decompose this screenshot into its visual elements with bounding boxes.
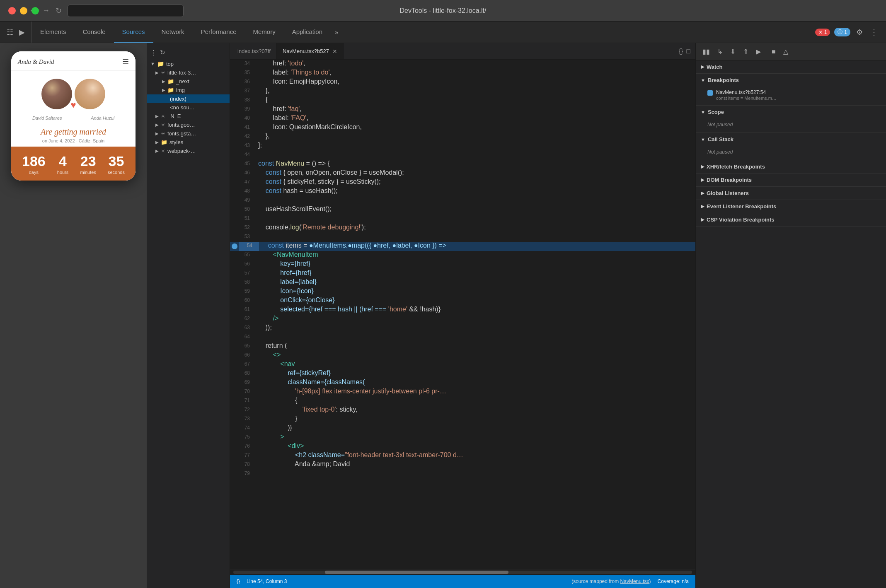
breakpoint-checkbox[interactable]: [707, 90, 713, 96]
tree-item-img[interactable]: ▶ 📁 img: [147, 86, 230, 94]
watch-section[interactable]: ▶ Watch: [696, 60, 886, 74]
line-content-36: Icon: EmojiHappyIcon,: [257, 78, 695, 87]
pretty-print-icon[interactable]: {}: [679, 48, 683, 55]
xhr-section[interactable]: ▶ XHR/fetch Breakpoints: [696, 160, 886, 174]
line-content-78: Anda &amp; David: [257, 460, 695, 470]
tree-item-fonts-goo[interactable]: ▶ ☀ fonts.goo…: [147, 120, 230, 129]
editor-tab-index[interactable]: index.tsx?07ff: [232, 43, 277, 59]
sync-icon[interactable]: ↻: [160, 49, 165, 56]
step-over-button[interactable]: ↳: [715, 46, 725, 57]
tab-network[interactable]: Network: [153, 22, 193, 43]
no-marker-40: [230, 114, 237, 123]
error-icon: ✕: [818, 29, 823, 35]
pause-on-exceptions-button[interactable]: △: [781, 46, 791, 57]
no-marker-36: [230, 78, 237, 87]
global-section[interactable]: ▶ Global Listeners: [696, 187, 886, 200]
event-section[interactable]: ▶ Event Listener Breakpoints: [696, 200, 886, 213]
refresh-button[interactable]: ↻: [56, 6, 62, 15]
deactivate-breakpoints-button[interactable]: ■: [769, 46, 778, 57]
code-line-55: 55 <NavMenuItem: [230, 251, 695, 260]
pause-button[interactable]: ▮▮: [700, 46, 712, 57]
step-out-button[interactable]: ⇑: [741, 46, 751, 57]
tree-arrow: ▶: [155, 70, 159, 75]
tab-memory[interactable]: Memory: [245, 22, 284, 43]
close-button[interactable]: [8, 7, 16, 14]
code-line-56: 56 key={href}: [230, 260, 695, 269]
tree-label-index: (index): [170, 96, 186, 102]
code-line-39: 39 href: 'faq',: [230, 105, 695, 114]
scope-status: Not paused: [707, 120, 881, 129]
line-num-39: 39: [237, 105, 257, 114]
editor-tab-close-icon[interactable]: ✕: [332, 48, 337, 55]
call-stack-header[interactable]: ▼ Call Stack: [696, 133, 886, 146]
url-input[interactable]: https://little-fox-32.loca.lt/: [68, 5, 184, 17]
groom-name: David Saltares: [32, 116, 62, 120]
code-line-69: 69 className={classNames(: [230, 378, 695, 388]
editor-tab-navmenu[interactable]: NavMenu.tsx?b527 ✕: [277, 43, 344, 59]
hamburger-icon[interactable]: ☰: [122, 57, 129, 66]
maximize-editor-icon[interactable]: □: [686, 48, 690, 55]
tree-label-littlefox: little-fox-3…: [167, 70, 196, 76]
line-content-51: [257, 214, 695, 224]
pretty-print-status[interactable]: {}: [237, 578, 240, 584]
no-marker-47: [230, 178, 237, 187]
tab-elements[interactable]: Elements: [32, 22, 75, 43]
more-options-icon[interactable]: ⋮: [869, 26, 879, 39]
minimize-button[interactable]: [20, 7, 27, 14]
editor-scrollbar[interactable]: [230, 569, 695, 575]
cloud-icon-2: ☀: [161, 113, 165, 119]
source-map-link[interactable]: NavMenu.tsx: [620, 578, 649, 584]
scope-header[interactable]: ▼ Scope: [696, 106, 886, 118]
line-num-53: 53: [237, 233, 257, 242]
settings-icon[interactable]: ⚙: [855, 26, 864, 39]
line-num-56: 56: [237, 260, 257, 269]
line-content-67: <nav: [257, 360, 695, 369]
dock-icon[interactable]: ☷: [5, 26, 15, 39]
tree-item-top[interactable]: ▼ 📁 top: [147, 59, 230, 68]
code-line-54: 54 const items = ●MenuItems.●map(({ ●hre…: [230, 242, 695, 251]
no-marker-62: [230, 315, 237, 324]
right-panel: ▮▮ ↳ ⇓ ⇑ ▶ ■ △ ▶ Watch ▼ Breakpoints: [695, 43, 886, 588]
line-num-67: 67: [237, 360, 257, 369]
tab-application[interactable]: Application: [284, 22, 331, 43]
breakpoints-header[interactable]: ▼ Breakpoints: [696, 74, 886, 87]
tree-item-little-fox[interactable]: ▶ ☀ little-fox-3…: [147, 68, 230, 77]
code-line-43: 43 ];: [230, 142, 695, 151]
step-into-button[interactable]: ⇓: [728, 46, 738, 57]
position-status: Line 54, Column 3: [247, 578, 287, 584]
tab-console[interactable]: Console: [75, 22, 114, 43]
scrollbar-thumb[interactable]: [325, 571, 508, 574]
line-content-74: )}: [257, 424, 695, 433]
tree-item-no-source[interactable]: <no sou…: [147, 103, 230, 112]
maximize-button[interactable]: [31, 7, 39, 14]
code-line-59: 59 Icon={Icon}: [230, 287, 695, 296]
line-num-68: 68: [237, 369, 257, 378]
devtools-nav-right: ✕ 1 ⓘ 1 ⚙ ⋮: [809, 26, 886, 39]
phone-frame: Anda & David ☰ ♥: [11, 51, 136, 181]
tab-performance[interactable]: Performance: [193, 22, 245, 43]
tab-sources[interactable]: Sources: [114, 22, 153, 43]
collapse-all-icon[interactable]: ⋮: [150, 49, 157, 56]
code-line-34: 34 href: 'todo',: [230, 60, 695, 69]
tree-label-img: img: [176, 87, 185, 93]
no-marker-48: [230, 187, 237, 196]
code-scroll-area[interactable]: 34 href: 'todo', 35 label: 'Things to do…: [230, 60, 695, 569]
tree-item-index[interactable]: (index): [147, 94, 230, 103]
continue-button[interactable]: ▶: [753, 46, 763, 57]
forward-button[interactable]: →: [42, 6, 50, 15]
more-tabs-button[interactable]: »: [331, 29, 342, 36]
tree-label-styles: styles: [169, 139, 183, 145]
tree-item-styles[interactable]: ▶ 📁 styles: [147, 138, 230, 147]
dom-section[interactable]: ▶ DOM Breakpoints: [696, 174, 886, 187]
csp-section[interactable]: ▶ CSP Violation Breakpoints: [696, 213, 886, 227]
tree-item-fonts-gsta[interactable]: ▶ ☀ fonts.gsta…: [147, 129, 230, 138]
inspect-icon[interactable]: ▶: [17, 26, 27, 39]
scrollbar-track[interactable]: [233, 571, 692, 574]
line-content-38: {: [257, 96, 695, 105]
tree-item-next[interactable]: ▶ 📁 _next: [147, 77, 230, 86]
no-marker-56: [230, 260, 237, 269]
tree-item-n-e[interactable]: ▶ ☀ _N_E: [147, 112, 230, 120]
tree-item-webpack[interactable]: ▶ ☀ webpack-…: [147, 147, 230, 155]
line-content-42: },: [257, 133, 695, 142]
xhr-label: XHR/fetch Breakpoints: [707, 164, 765, 170]
